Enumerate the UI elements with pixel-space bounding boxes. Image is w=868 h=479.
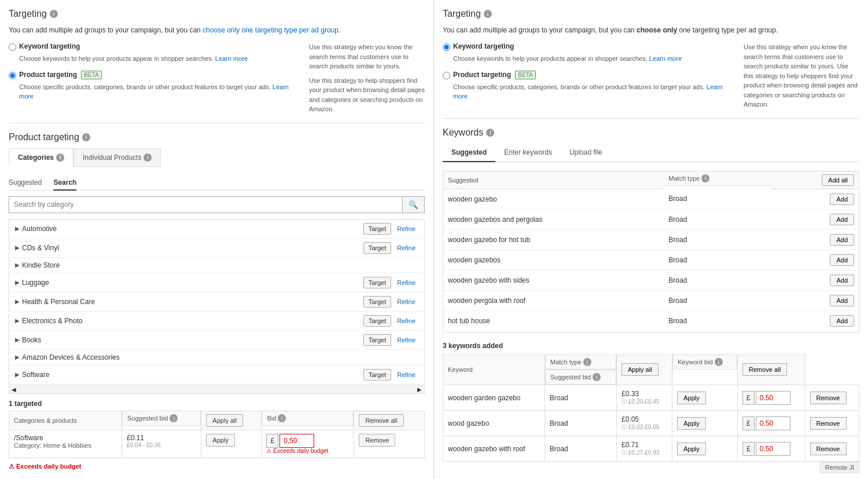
search-subtab[interactable]: Search (53, 175, 76, 191)
category-search-button[interactable]: 🔍 (403, 196, 425, 213)
add-keyword-button[interactable]: Add (830, 234, 854, 246)
target-button[interactable]: Target (363, 334, 392, 346)
kw-suggested-bid-info-icon[interactable]: i (593, 373, 601, 381)
targeted-bid-input[interactable] (279, 434, 314, 448)
choose-only-link[interactable]: choose only (203, 26, 240, 34)
info-icon-small: ⓘ (621, 449, 627, 456)
right-targeting-info-icon[interactable]: i (484, 10, 492, 18)
kw-apply-button[interactable]: Apply (677, 443, 706, 455)
suggested-bid-info-icon[interactable]: i (170, 414, 178, 422)
product-targeting-radio[interactable] (9, 72, 16, 79)
scroll-left-arrow[interactable]: ◀ (9, 386, 19, 393)
keyword-learn-more-link[interactable]: Learn more (215, 55, 248, 62)
category-search-input[interactable] (9, 196, 403, 213)
upload-file-tab[interactable]: Upload file (561, 144, 611, 162)
add-cell: Add (771, 270, 859, 290)
refine-button[interactable]: Refine (394, 277, 418, 288)
target-button[interactable]: Target (363, 369, 392, 381)
add-keyword-button[interactable]: Add (830, 315, 854, 327)
right-product-targeting-radio[interactable] (443, 72, 450, 79)
kw-remove-button[interactable]: Remove (810, 417, 847, 430)
targeted-remove-all-button[interactable]: Remove all (359, 414, 403, 427)
kw-remove-all-button[interactable]: Remove all (742, 363, 787, 376)
kw-added-apply-cell: Apply (672, 436, 738, 462)
kw-bid-input[interactable] (756, 416, 790, 430)
right-keyword-targeting-radio[interactable] (443, 43, 450, 51)
add-keyword-button[interactable]: Add (830, 254, 854, 266)
keyword-targeting-radio[interactable] (9, 43, 16, 51)
bid-info-icon[interactable]: i (278, 414, 286, 422)
left-targeting-title: Targeting i (9, 9, 425, 19)
suggested-subtab[interactable]: Suggested (9, 175, 42, 191)
kw-apply-button[interactable]: Apply (677, 392, 706, 404)
one-targeting-type-link[interactable]: one targeting type per ad group (242, 26, 339, 34)
refine-button[interactable]: Refine (394, 297, 418, 307)
left-targeting-info-icon[interactable]: i (50, 10, 58, 18)
add-all-button[interactable]: Add all (822, 174, 854, 186)
bid-currency-symbol: £ (266, 434, 278, 448)
keyword-row: wooden pergola with roof Broad Add (443, 290, 859, 310)
category-name-label: Automotive (22, 225, 57, 233)
category-row: ▶ Software Target Refine (9, 365, 424, 384)
targeted-apply-button[interactable]: Apply (206, 434, 235, 447)
kw-match-type-info-icon[interactable]: i (583, 358, 591, 366)
keywords-title: Keywords i (443, 127, 859, 138)
keyword-cell: wooden gazebo (443, 189, 664, 209)
targeted-remove-cell: Remove (354, 430, 425, 458)
kw-bid-info-icon[interactable]: i (715, 358, 723, 366)
kw-added-keyword-bid-header: Keyword bid i (672, 354, 737, 370)
refine-button[interactable]: Refine (394, 243, 418, 253)
refine-button[interactable]: Refine (394, 335, 418, 345)
kw-apply-all-button[interactable]: Apply all (621, 363, 659, 376)
refine-button[interactable]: Refine (394, 370, 418, 380)
kw-remove-button[interactable]: Remove (810, 392, 847, 404)
add-keyword-button[interactable]: Add (830, 214, 854, 225)
kw-added-match-type-cell: Broad (545, 436, 616, 462)
categories-tab[interactable]: Categories i (9, 148, 73, 167)
targeted-category-path: /Software (14, 434, 117, 442)
right-product-targeting-sub: Choose specific products, categories, br… (453, 82, 732, 101)
individual-products-tab-info-icon[interactable]: i (144, 153, 152, 162)
category-search-bar: 🔍 (9, 196, 425, 213)
keywords-info-icon[interactable]: i (486, 129, 494, 137)
kw-remove-button[interactable]: Remove (810, 443, 847, 455)
category-name-label: CDs & Vinyl (22, 244, 59, 252)
right-keyword-learn-more-link[interactable]: Learn more (649, 55, 682, 62)
info-icon-small: ⓘ (621, 423, 627, 431)
refine-button[interactable]: Refine (394, 316, 418, 326)
target-button[interactable]: Target (363, 296, 392, 308)
target-button[interactable]: Target (363, 315, 392, 327)
horizontal-scrollbar[interactable]: ◀ ▶ (9, 386, 425, 394)
target-button[interactable]: Target (363, 223, 392, 235)
keyword-row: hot tub house Broad Add (443, 310, 859, 331)
scroll-right-arrow[interactable]: ▶ (415, 386, 424, 393)
kw-bid-input[interactable] (756, 391, 790, 405)
targeted-apply-all-button[interactable]: Apply all (206, 414, 243, 427)
add-keyword-button[interactable]: Add (830, 275, 854, 286)
target-button[interactable]: Target (363, 277, 392, 288)
match-type-info-icon[interactable]: i (701, 174, 709, 182)
kw-bid-input[interactable] (756, 442, 790, 456)
kw-added-match-type-cell: Broad (545, 385, 616, 411)
refine-button[interactable]: Refine (394, 224, 418, 234)
product-targeting-info-icon[interactable]: i (82, 133, 90, 141)
add-keyword-button[interactable]: Add (830, 193, 854, 205)
keywords-added-section: 3 keywords added Keyword Match type i Su… (443, 342, 859, 462)
keywords-added-count: 3 keywords added (443, 342, 859, 350)
targeted-remove-button[interactable]: Remove (359, 434, 395, 447)
add-keyword-button[interactable]: Add (830, 295, 854, 306)
category-row: ▶ CDs & Vinyl Target Refine (9, 239, 424, 258)
categories-tab-info-icon[interactable]: i (56, 153, 64, 162)
enter-keywords-tab[interactable]: Enter keywords (495, 144, 561, 162)
keyword-cell: wooden gazebo with sides (443, 270, 664, 290)
match-type-cell: Broad (664, 189, 770, 209)
target-button[interactable]: Target (363, 242, 392, 254)
kw-added-apply-cell: Apply (672, 385, 738, 411)
targeted-suggested-bid-value: £0.11 (127, 434, 196, 442)
kw-added-remove-cell: Remove (805, 411, 859, 436)
info-icon-small: ⓘ (621, 398, 627, 405)
keyword-cell: hot tub house (443, 310, 664, 331)
individual-products-tab[interactable]: Individual Products i (73, 148, 161, 167)
kw-apply-button[interactable]: Apply (677, 417, 706, 430)
suggested-kw-tab[interactable]: Suggested (443, 144, 495, 162)
